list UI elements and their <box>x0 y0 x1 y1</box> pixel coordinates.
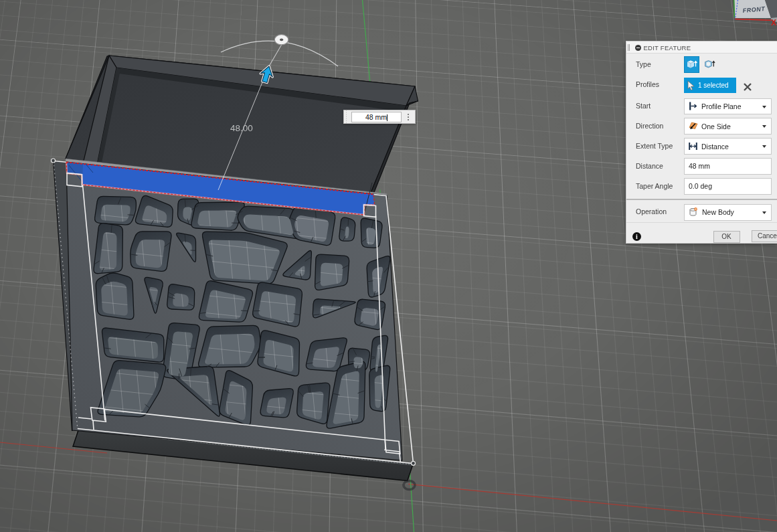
svg-text:X: X <box>771 18 776 27</box>
